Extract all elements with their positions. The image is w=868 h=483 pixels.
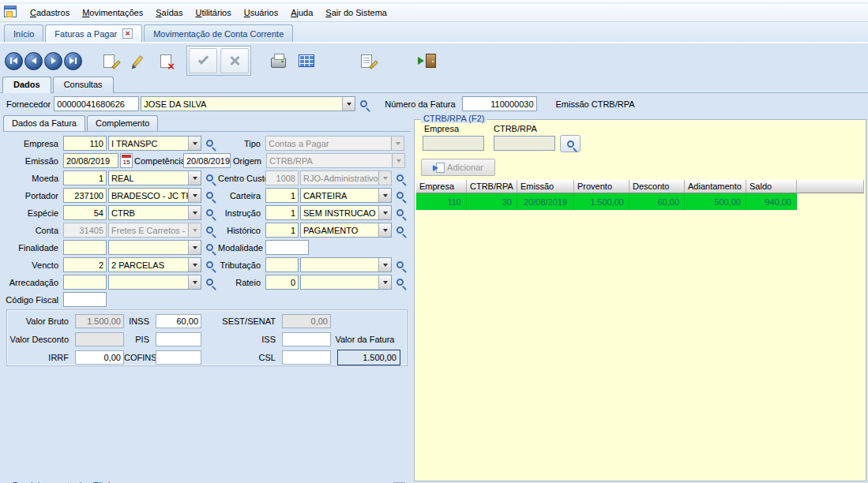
dropdown-arrow-icon[interactable] [378, 223, 391, 237]
portador-search-icon[interactable] [203, 189, 216, 203]
nav-previous-button[interactable] [24, 52, 43, 70]
vencto-code-field[interactable]: 2 [63, 257, 107, 272]
conta-search-icon[interactable] [203, 223, 216, 238]
tab-faturas-a-pagar[interactable]: Faturas a Pagar [45, 24, 142, 42]
especie-code-field[interactable]: 54 [63, 205, 107, 220]
vencto-combo[interactable]: 2 PARCELAS [108, 257, 201, 272]
carteira-search-icon[interactable] [393, 189, 407, 203]
edit-record-button[interactable] [123, 48, 152, 73]
codigo-fiscal-field[interactable] [63, 292, 107, 307]
empresa-search-icon[interactable] [203, 137, 216, 151]
menu-utilitarios[interactable]: Utilitários [189, 6, 237, 20]
menu-sair-do-sistema[interactable]: Sair do Sistema [319, 6, 393, 20]
dropdown-arrow-icon[interactable] [342, 97, 355, 110]
historico-combo[interactable]: PAGAMENTO [300, 223, 392, 238]
pis-field[interactable] [156, 332, 201, 346]
edit-document-button[interactable] [352, 48, 381, 73]
vencto-search-icon[interactable] [203, 258, 216, 272]
finalidade-search-icon[interactable] [203, 241, 216, 255]
portador-combo[interactable]: BRADESCO - JC TH [108, 188, 201, 203]
fornecedor-combo[interactable]: JOSE DA SILVA [141, 96, 355, 111]
menu-movimentacoes[interactable]: Movimentações [76, 6, 149, 20]
close-tab-icon[interactable] [122, 28, 133, 39]
cancel-button[interactable] [220, 48, 249, 73]
numero-fatura-field[interactable]: 110000030 [462, 96, 537, 111]
fornecedor-search-icon[interactable] [357, 97, 370, 111]
finalidade-combo[interactable] [108, 240, 201, 255]
especie-combo[interactable]: CTRB [108, 205, 201, 220]
confirm-button[interactable] [189, 48, 217, 73]
csl-field[interactable] [282, 350, 331, 365]
dropdown-arrow-icon[interactable] [188, 206, 201, 219]
instrucao-code-field[interactable]: 1 [265, 205, 299, 220]
dropdown-arrow-icon[interactable] [378, 275, 391, 289]
especie-search-icon[interactable] [203, 206, 216, 220]
tab-complemento[interactable]: Complemento [87, 115, 158, 131]
new-record-button[interactable] [95, 48, 123, 73]
historico-search-icon[interactable] [393, 223, 407, 238]
rateio-combo[interactable] [300, 275, 392, 290]
centro-custo-code-field[interactable]: 1008 [265, 170, 299, 185]
dropdown-arrow-icon[interactable] [378, 258, 391, 271]
exit-button[interactable] [412, 48, 441, 73]
tipo-combo[interactable]: Contas a Pagar [265, 136, 404, 151]
nav-last-button[interactable] [64, 52, 82, 70]
dropdown-arrow-icon[interactable] [188, 189, 201, 202]
competencia-date-field[interactable]: 20/08/2019 [183, 153, 231, 168]
dropdown-arrow-icon[interactable] [188, 275, 201, 289]
moeda-search-icon[interactable] [203, 171, 216, 185]
delete-record-button[interactable] [152, 48, 180, 73]
centro-custo-combo[interactable]: RJO-Administrativo [300, 170, 392, 185]
ctrb-rpa-field[interactable] [494, 136, 555, 151]
dropdown-arrow-icon[interactable] [378, 189, 391, 202]
calendar-button[interactable]: 15 [120, 153, 133, 168]
emissao-date-field[interactable]: 20/08/2019 [63, 153, 118, 168]
carteira-combo[interactable]: CARTEIRA [300, 188, 392, 203]
fornecedor-code-field[interactable]: 00000041680626 [54, 96, 139, 111]
rateio-search-icon[interactable] [393, 275, 407, 290]
ctrb-empresa-field[interactable] [423, 136, 484, 151]
origem-combo[interactable]: CTRB/RPA [266, 153, 405, 168]
tab-dados[interactable]: Dados [2, 77, 51, 93]
iss-field[interactable] [282, 332, 331, 346]
empresa-code-field[interactable]: 110 [63, 136, 107, 151]
carteira-code-field[interactable]: 1 [265, 188, 299, 203]
ctrb-search-button[interactable] [560, 135, 581, 152]
nav-first-button[interactable] [5, 52, 23, 70]
inss-field[interactable]: 60,00 [156, 314, 201, 328]
instrucao-combo[interactable]: SEM INSTRUCAO [300, 205, 392, 220]
tab-movimentacao-conta-corrente[interactable]: Movimentação de Conta Corrente [144, 24, 293, 42]
menu-cadastros[interactable]: Cadastros [24, 6, 76, 20]
historico-code-field[interactable]: 1 [265, 223, 299, 238]
moeda-combo[interactable]: REAL [108, 170, 201, 185]
finalidade-code-field[interactable] [63, 240, 107, 255]
menu-ajuda[interactable]: Ajuda [284, 6, 319, 20]
instrucao-search-icon[interactable] [393, 206, 407, 220]
menu-usuarios[interactable]: Usuários [238, 6, 284, 20]
irrf-field[interactable]: 0,00 [75, 350, 124, 365]
menu-saidas[interactable]: Saídas [149, 6, 189, 20]
dropdown-arrow-icon[interactable] [378, 206, 391, 219]
tab-inicio[interactable]: Início [4, 24, 43, 42]
arrecadacao-search-icon[interactable] [203, 275, 216, 290]
grid-view-button[interactable] [292, 48, 321, 73]
arrecadacao-combo[interactable] [108, 275, 201, 290]
moeda-code-field[interactable]: 1 [63, 170, 107, 185]
tributacao-search-icon[interactable] [393, 258, 407, 272]
cofins-field[interactable] [156, 350, 201, 365]
tributacao-code-field[interactable] [265, 257, 299, 272]
portador-code-field[interactable]: 237100 [63, 188, 107, 203]
rateio-code-field[interactable]: 0 [265, 275, 299, 290]
dropdown-arrow-icon[interactable] [188, 258, 201, 271]
dropdown-arrow-icon[interactable] [188, 137, 201, 150]
ctrb-selected-row[interactable]: 110 30 20/08/2019 1.500,00 60,00 500,00 … [416, 193, 864, 210]
modalidade-field[interactable] [265, 240, 309, 255]
nav-next-button[interactable] [44, 52, 62, 70]
tab-dados-da-fatura[interactable]: Dados da Fatura [3, 115, 85, 131]
dropdown-arrow-icon[interactable] [188, 241, 201, 254]
arrecadacao-code-field[interactable] [63, 275, 107, 290]
tab-consultas[interactable]: Consultas [53, 77, 114, 93]
conta-code-field[interactable]: 31405 [63, 223, 107, 238]
tributacao-combo[interactable] [300, 257, 392, 272]
dropdown-arrow-icon[interactable] [188, 171, 201, 185]
